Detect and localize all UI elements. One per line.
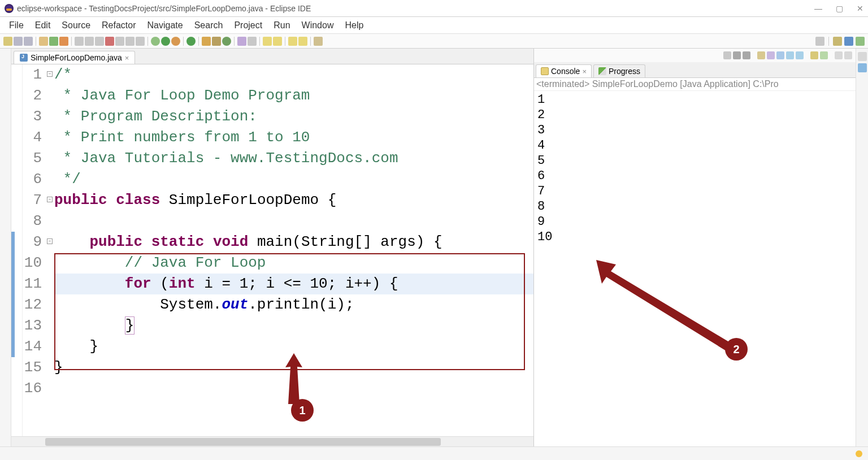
editor-tab-active[interactable]: SimpleForLoopDemo.java ×	[14, 51, 135, 64]
code-line-12[interactable]: System.out.println(i);	[54, 294, 533, 315]
java-perspective-icon[interactable]	[844, 37, 853, 46]
menu-file[interactable]: File	[5, 19, 28, 32]
menu-project[interactable]: Project	[229, 19, 267, 32]
code-line-5[interactable]: * Java Tutorials - www.TestingDocs.com	[54, 148, 533, 169]
coverage-icon[interactable]	[171, 37, 180, 46]
pin-console-icon[interactable]	[796, 51, 804, 59]
skip-breakpoints-icon[interactable]	[75, 37, 84, 46]
minimize-button[interactable]: —	[814, 4, 822, 13]
menu-window[interactable]: Window	[297, 19, 338, 32]
right-collapsed-panel[interactable]	[856, 49, 868, 446]
fold-toggle-icon[interactable]: –	[47, 197, 53, 202]
show-console-icon[interactable]	[786, 51, 794, 59]
menu-run[interactable]: Run	[269, 19, 294, 32]
search-task-icon[interactable]	[248, 37, 257, 46]
line-numbers: 12345678910111213141516	[23, 64, 46, 436]
console-icon	[541, 67, 549, 75]
code-line-10[interactable]: // Java For Loop	[54, 253, 533, 274]
terminate-console-icon[interactable]	[723, 51, 731, 59]
close-console-tab-icon[interactable]: ×	[582, 67, 587, 76]
minimize-view-icon[interactable]	[835, 51, 843, 59]
maximize-view-icon[interactable]	[844, 51, 852, 59]
outline-icon[interactable]	[858, 63, 867, 72]
close-tab-icon[interactable]: ×	[125, 54, 129, 62]
run-last-icon[interactable]	[186, 37, 196, 46]
open-type-icon[interactable]	[39, 37, 48, 46]
menu-refactor[interactable]: Refactor	[97, 19, 140, 32]
main-area: SimpleForLoopDemo.java × 123456789101112…	[0, 49, 868, 446]
step-into-icon[interactable]	[115, 37, 124, 46]
debug-perspective-icon[interactable]	[856, 37, 865, 46]
pin-editor-icon[interactable]	[314, 37, 323, 46]
forward-icon[interactable]	[273, 37, 282, 46]
search-toolbar-icon[interactable]	[815, 37, 824, 46]
save-icon[interactable]	[14, 37, 23, 46]
status-bar	[0, 446, 868, 460]
progress-tab[interactable]: Progress	[593, 64, 645, 77]
code-line-1[interactable]: /*	[54, 64, 533, 85]
new-package-icon[interactable]	[212, 37, 221, 46]
step-over-icon[interactable]	[125, 37, 134, 46]
console-tab[interactable]: Console ×	[536, 64, 592, 77]
tip-bulb-icon[interactable]	[856, 450, 862, 457]
editor-tab-label: SimpleForLoopDemo.java	[31, 53, 122, 62]
display-selected-icon[interactable]	[810, 51, 818, 59]
right-panel: Console × Progress <terminated> SimpleFo…	[534, 49, 856, 446]
console-tab-label: Console	[551, 67, 580, 76]
code-line-7[interactable]: public class SimpleForLoopDemo {	[54, 190, 533, 211]
menu-bar: FileEditSourceRefactorNavigateSearchProj…	[0, 17, 868, 34]
code-line-4[interactable]: * Print numbers from 1 to 10	[54, 127, 533, 148]
restore-icon[interactable]	[858, 52, 867, 61]
next-annotation-icon[interactable]	[298, 37, 307, 46]
menu-edit[interactable]: Edit	[31, 19, 55, 32]
open-console-icon[interactable]	[820, 51, 828, 59]
terminate-icon[interactable]	[105, 37, 114, 46]
open-perspective-icon[interactable]	[833, 37, 842, 46]
back-icon[interactable]	[263, 37, 272, 46]
open-task-icon[interactable]	[237, 37, 246, 46]
debug-icon[interactable]	[151, 37, 160, 46]
toggle-icon[interactable]	[59, 37, 68, 46]
last-edit-icon[interactable]	[288, 37, 297, 46]
left-collapsed-panel[interactable]	[0, 49, 11, 446]
fold-toggle-icon[interactable]: –	[47, 71, 53, 77]
word-wrap-icon[interactable]	[776, 51, 784, 59]
console-status: <terminated> SimpleForLoopDemo [Java App…	[534, 78, 856, 91]
menu-navigate[interactable]: Navigate	[143, 19, 188, 32]
scrollbar-thumb[interactable]	[45, 438, 441, 446]
clear-console-icon[interactable]	[757, 51, 765, 59]
remove-launch-icon[interactable]	[733, 51, 741, 59]
code-line-11[interactable]: for (int i = 1; i <= 10; i++) {	[54, 274, 533, 294]
code-line-8[interactable]	[54, 211, 533, 232]
scroll-lock-icon[interactable]	[767, 51, 775, 59]
console-tabs: Console × Progress	[534, 62, 856, 78]
console-toolbar	[534, 49, 856, 62]
build-icon[interactable]	[49, 37, 58, 46]
new-class-icon[interactable]	[222, 37, 231, 46]
progress-tab-label: Progress	[609, 67, 640, 76]
code-line-9[interactable]: public static void main(String[] args) {	[54, 232, 533, 253]
menu-source[interactable]: Source	[57, 19, 95, 32]
resume-icon[interactable]	[85, 37, 94, 46]
code-line-13[interactable]: }	[54, 315, 533, 336]
title-bar: eclipse-workspace - TestingDocsProject/s…	[0, 0, 868, 17]
fold-toggle-icon[interactable]: –	[47, 238, 53, 244]
menu-search[interactable]: Search	[190, 19, 228, 32]
suspend-icon[interactable]	[95, 37, 104, 46]
fold-gutter: –––	[46, 64, 54, 436]
editor-body[interactable]: 12345678910111213141516 ––– /* * Java Fo…	[11, 64, 533, 436]
code-line-2[interactable]: * Java For Loop Demo Program	[54, 85, 533, 106]
new-icon[interactable]	[3, 37, 12, 46]
save-all-icon[interactable]	[24, 37, 33, 46]
main-toolbar	[0, 34, 868, 49]
menu-help[interactable]: Help	[340, 19, 368, 32]
step-return-icon[interactable]	[136, 37, 145, 46]
editor-horizontal-scrollbar[interactable]	[11, 436, 533, 446]
code-line-3[interactable]: * Program Description:	[54, 106, 533, 127]
code-line-6[interactable]: */	[54, 169, 533, 190]
maximize-button[interactable]: ▢	[836, 4, 843, 13]
run-icon[interactable]	[161, 37, 170, 46]
close-button[interactable]: ✕	[857, 4, 863, 13]
remove-all-icon[interactable]	[743, 51, 750, 59]
new-java-icon[interactable]	[202, 37, 211, 46]
